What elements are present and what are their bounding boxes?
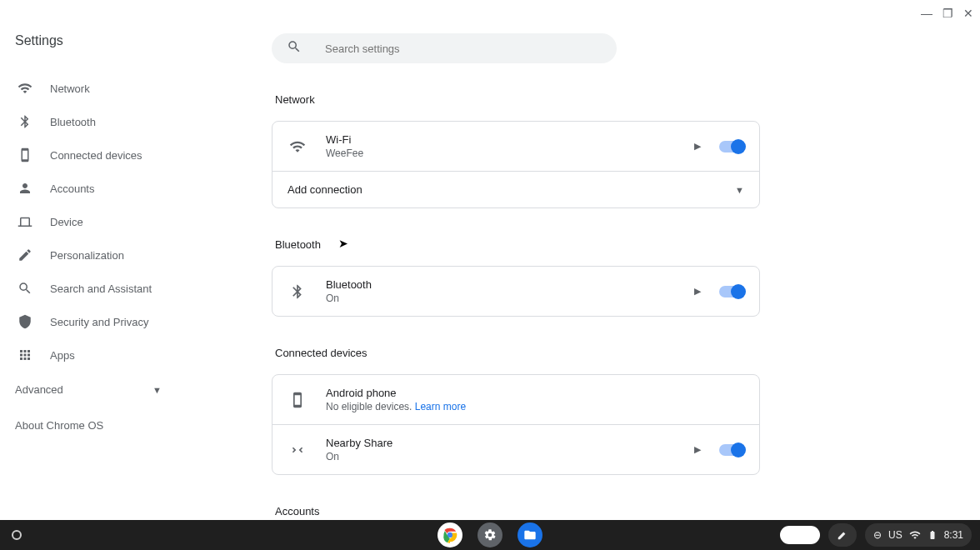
person-icon [17,181,33,196]
nearby-share-row[interactable]: Nearby Share On ▶ [272,424,759,474]
wifi-toggle[interactable] [719,141,744,152]
chevron-down-icon: ▼ [152,385,162,395]
bluetooth-row[interactable]: Bluetooth On ▶ [272,267,759,316]
window-controls: — ❐ ✕ [921,7,973,20]
chevron-right-icon: ▶ [694,141,701,152]
android-phone-subtitle: No eligible devices. Learn more [326,401,744,412]
laptop-icon [17,214,33,229]
bluetooth-icon [288,283,308,300]
advanced-toggle[interactable]: Advanced ▼ [15,383,205,396]
search-bar[interactable] [272,33,617,63]
nearby-share-icon [288,442,308,458]
about-chrome-os[interactable]: About Chrome OS [15,419,205,432]
network-card: Wi-Fi WeeFee ▶ Add connection ▼ [272,121,760,208]
bluetooth-status: On [326,292,676,304]
battery-tray-icon [928,529,938,541]
sidebar-item-label: Apps [50,349,75,362]
chevron-right-icon: ▶ [694,286,701,297]
sidebar-item-connected-devices[interactable]: Connected devices [15,138,205,172]
connected-devices-card: Android phone No eligible devices. Learn… [272,374,760,475]
notifications-icon: ⊖ [873,529,882,541]
main-content: Network Wi-Fi WeeFee ▶ Add connection ▼ … [205,0,980,520]
nearby-share-status: On [326,451,676,462]
sidebar-item-device[interactable]: Device [15,205,205,238]
search-icon [17,281,33,296]
search-icon [287,39,302,58]
bluetooth-toggle[interactable] [719,286,744,298]
apps-icon [17,348,33,362]
nearby-share-toggle[interactable] [719,444,744,456]
android-phone-title: Android phone [326,387,744,399]
shelf: ⊖ US 8:31 [0,520,980,550]
sidebar-item-accounts[interactable]: Accounts [15,172,205,205]
sidebar-item-label: Bluetooth [50,116,96,128]
system-tray: ⊖ US 8:31 [780,523,980,547]
sidebar-item-bluetooth[interactable]: Bluetooth [15,105,205,138]
phone-icon [17,148,33,162]
bluetooth-card: Bluetooth On ▶ [272,266,760,317]
sidebar-item-personalization[interactable]: Personalization [15,238,205,272]
sidebar-item-label: Security and Privacy [50,316,149,328]
bluetooth-icon [17,114,33,129]
wifi-title: Wi-Fi [326,133,676,146]
phone-icon [288,392,308,408]
restore-button[interactable]: ❐ [942,7,953,20]
add-connection-label: Add connection [288,183,735,196]
edit-icon [17,248,33,262]
sidebar-item-label: Network [50,82,90,95]
nearby-share-title: Nearby Share [326,437,676,449]
sidebar: Settings Network Bluetooth Connected dev… [0,0,205,520]
clock: 8:31 [944,529,963,541]
wifi-network-name: WeeFee [326,148,676,159]
android-phone-row[interactable]: Android phone No eligible devices. Learn… [272,375,759,424]
add-connection-row[interactable]: Add connection ▼ [272,171,759,208]
sidebar-item-label: Search and Assistant [50,282,152,295]
minimize-button[interactable]: — [921,7,932,20]
wifi-tray-icon [909,529,921,541]
learn-more-link[interactable]: Learn more [415,401,466,412]
advanced-label: Advanced [15,383,63,396]
section-label-network: Network [275,93,980,106]
wifi-icon [288,138,308,155]
sidebar-item-search-assistant[interactable]: Search and Assistant [15,272,205,305]
bluetooth-title: Bluetooth [326,278,676,291]
sidebar-item-label: Device [50,216,83,228]
chrome-app-icon[interactable] [438,522,462,548]
weather-pill[interactable] [780,526,820,544]
shield-icon [17,314,33,329]
status-tray[interactable]: ⊖ US 8:31 [865,523,972,547]
close-button[interactable]: ✕ [963,7,973,20]
sidebar-item-label: Accounts [50,182,94,195]
section-label-connected-devices: Connected devices [275,347,980,359]
stylus-tray[interactable] [828,523,857,547]
page-title: Settings [15,33,205,48]
chevron-down-icon: ▼ [735,185,744,195]
sidebar-item-label: Personalization [50,249,124,262]
wifi-row[interactable]: Wi-Fi WeeFee ▶ [272,122,759,171]
sidebar-item-apps[interactable]: Apps [15,338,205,372]
ime-label: US [888,529,902,541]
wifi-icon [17,81,33,96]
sidebar-item-label: Connected devices [50,149,142,162]
search-input[interactable] [325,42,602,55]
section-label-bluetooth: Bluetooth [275,238,980,251]
section-label-accounts: Accounts [275,505,980,518]
sidebar-item-security[interactable]: Security and Privacy [15,305,205,338]
files-app-icon[interactable] [518,522,542,548]
settings-app-icon[interactable] [478,522,502,548]
sidebar-item-network[interactable]: Network [15,72,205,105]
chevron-right-icon: ▶ [694,444,701,455]
launcher-button[interactable] [12,530,22,540]
